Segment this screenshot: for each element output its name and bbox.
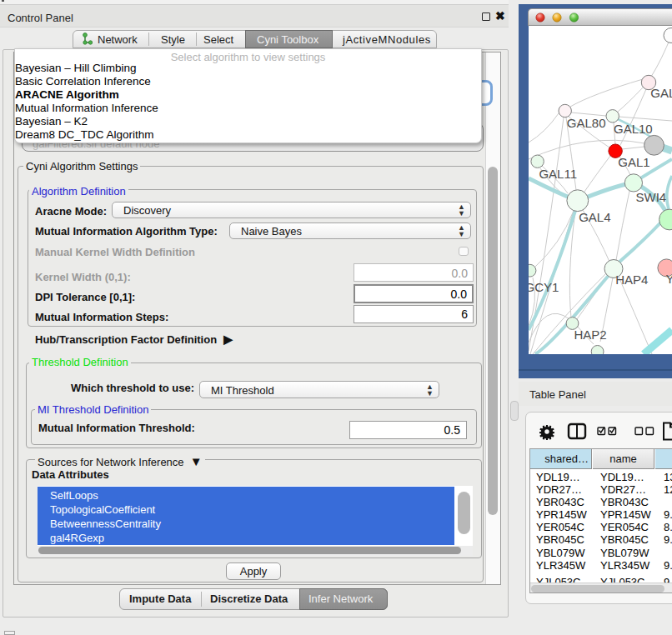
svg-text:HAP2: HAP2: [574, 328, 606, 342]
svg-text:SWI4: SWI4: [636, 190, 667, 204]
svg-text:GCY1: GCY1: [529, 280, 559, 294]
svg-text:GAL10: GAL10: [614, 122, 653, 136]
svg-text:GAL80: GAL80: [567, 116, 606, 130]
svg-text:GAL1: GAL1: [618, 155, 649, 169]
svg-text:GAL4: GAL4: [579, 210, 610, 224]
svg-text:GAL11: GAL11: [539, 167, 577, 181]
svg-text:HAP4: HAP4: [615, 272, 648, 287]
svg-text:Y: Y: [666, 272, 672, 286]
svg-text:GAL: GAL: [650, 86, 672, 100]
